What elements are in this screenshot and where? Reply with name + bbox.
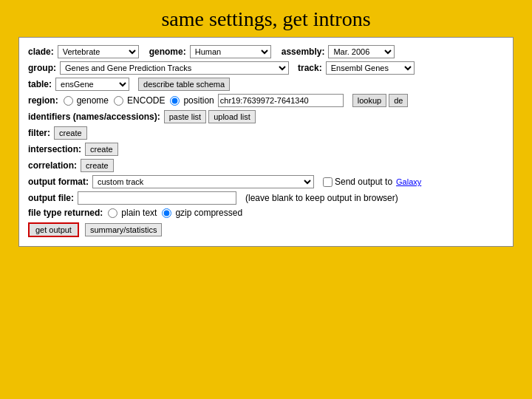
row-output-file: output file: (leave blank to keep output…	[28, 191, 504, 205]
file-type-plain-radio[interactable]	[108, 208, 117, 218]
position-input[interactable]	[218, 94, 344, 107]
lookup-button[interactable]: lookup	[352, 94, 386, 107]
file-type-label: file type returned:	[28, 208, 103, 218]
row-filter: filter: create	[28, 126, 504, 140]
region-label: region:	[28, 95, 58, 106]
region-encode-radio[interactable]	[114, 96, 123, 106]
intersection-create-button[interactable]: create	[85, 143, 118, 156]
track-label: track:	[298, 63, 322, 73]
row-bottom-actions: get output summary/statistics	[28, 222, 504, 237]
output-file-input[interactable]	[78, 191, 236, 205]
row-group-track: group: Genes and Gene Prediction Tracks …	[28, 61, 504, 75]
row-correlation: correlation: create	[28, 159, 504, 172]
identifiers-label: identifiers (names/accessions):	[28, 112, 160, 122]
correlation-label: correlation:	[28, 160, 77, 171]
output-format-select[interactable]: custom track	[92, 175, 314, 188]
summary-statistics-button[interactable]: summary/statistics	[85, 223, 162, 236]
region-genome-radio[interactable]	[64, 96, 73, 106]
form-container: clade: Vertebrate genome: Human assembly…	[18, 37, 514, 247]
region-position-radio[interactable]	[170, 96, 180, 106]
output-file-note: (leave blank to keep output in browser)	[245, 193, 398, 203]
genome-select[interactable]: Human	[190, 45, 271, 58]
table-label: table:	[28, 79, 52, 89]
correlation-create-button[interactable]: create	[81, 159, 114, 172]
galaxy-link[interactable]: Galaxy	[396, 177, 421, 186]
row-identifiers: identifiers (names/accessions): paste li…	[28, 110, 504, 123]
output-format-label: output format:	[28, 177, 89, 187]
intersection-label: intersection:	[28, 144, 81, 154]
file-type-plain-text: plain text	[121, 208, 157, 218]
group-select[interactable]: Genes and Gene Prediction Tracks	[60, 61, 289, 75]
de-button[interactable]: de	[389, 94, 408, 107]
describe-table-schema-button[interactable]: describe table schema	[138, 78, 230, 91]
page-title: same settings, get introns	[161, 0, 370, 37]
clade-label: clade:	[28, 47, 54, 57]
clade-select[interactable]: Vertebrate	[58, 45, 139, 58]
file-type-gzip-text: gzip compressed	[175, 208, 242, 218]
get-output-button[interactable]: get output	[28, 222, 79, 237]
paste-list-button[interactable]: paste list	[164, 110, 206, 123]
table-select[interactable]: ensGene	[55, 78, 129, 91]
track-select[interactable]: Ensembl Genes	[326, 61, 415, 75]
region-genome-text: genome	[77, 95, 109, 106]
row-output-format: output format: custom track Send output …	[28, 175, 504, 188]
region-encode-text: ENCODE	[127, 95, 165, 106]
upload-list-button[interactable]: upload list	[208, 110, 256, 123]
group-label: group:	[28, 63, 56, 73]
row-region: region: genome ENCODE position lookup de	[28, 94, 504, 107]
send-output-checkbox[interactable]	[323, 177, 332, 187]
output-file-label: output file:	[28, 193, 74, 203]
row-intersection: intersection: create	[28, 143, 504, 156]
row-file-type: file type returned: plain text gzip comp…	[28, 208, 504, 218]
filter-create-button[interactable]: create	[54, 126, 87, 140]
assembly-select[interactable]: Mar. 2006	[328, 45, 395, 58]
region-position-text: position	[183, 95, 214, 106]
row-clade-genome-assembly: clade: Vertebrate genome: Human assembly…	[28, 45, 504, 58]
send-output-label: Send output to	[335, 177, 392, 187]
filter-label: filter:	[28, 128, 50, 138]
genome-label: genome:	[149, 47, 186, 57]
assembly-label: assembly:	[282, 47, 325, 57]
row-table: table: ensGene describe table schema	[28, 78, 504, 91]
file-type-gzip-radio[interactable]	[162, 208, 171, 218]
